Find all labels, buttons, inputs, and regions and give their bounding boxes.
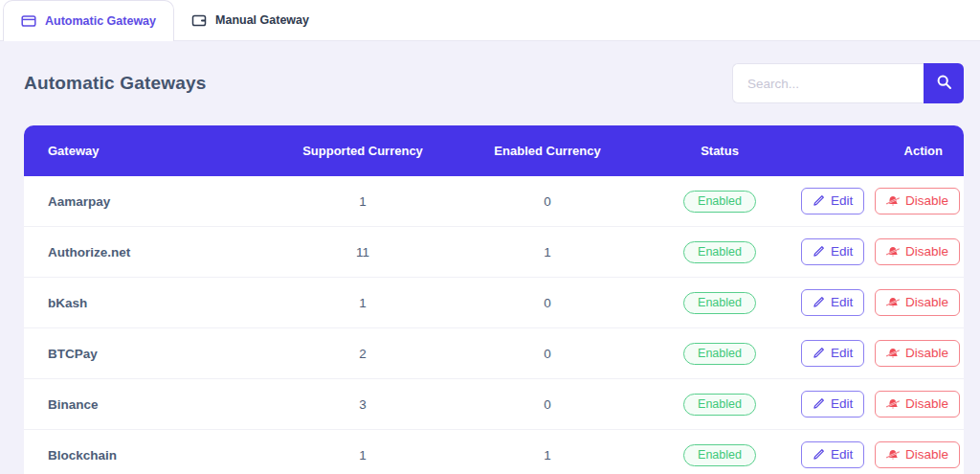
- col-enabled-currency: Enabled Currency: [457, 144, 638, 158]
- tab-label: Automatic Gateway: [45, 14, 156, 28]
- page-header: Automatic Gateways: [24, 41, 964, 125]
- gateway-name: bKash: [24, 296, 269, 310]
- supported-currency-value: 11: [269, 245, 457, 260]
- tab-manual-gateway[interactable]: Manual Gateway: [174, 0, 326, 40]
- table-row: BTCPay 2 0 Enabled Edit: [24, 328, 964, 379]
- status-badge: Enabled: [683, 292, 756, 314]
- pencil-icon: [813, 347, 825, 359]
- edit-button[interactable]: Edit: [801, 340, 864, 367]
- status-badge: Enabled: [683, 343, 756, 365]
- bell-slash-icon: [886, 397, 900, 411]
- edit-button-label: Edit: [831, 346, 853, 360]
- table-header-row: Gateway Supported Currency Enabled Curre…: [24, 125, 964, 176]
- gateway-name: Binance: [24, 397, 269, 412]
- gateway-name: Blockchain: [24, 448, 269, 463]
- col-action: Action: [801, 144, 964, 158]
- edit-button[interactable]: Edit: [801, 391, 864, 418]
- disable-button[interactable]: Disable: [875, 340, 960, 367]
- disable-button-label: Disable: [905, 295, 948, 309]
- edit-button[interactable]: Edit: [801, 441, 864, 468]
- supported-currency-value: 3: [269, 397, 457, 412]
- disable-button-label: Disable: [905, 346, 948, 360]
- bell-slash-icon: [886, 296, 900, 309]
- pencil-icon: [813, 397, 825, 410]
- status-badge: Enabled: [683, 394, 756, 416]
- disable-button[interactable]: Disable: [875, 188, 960, 214]
- bell-slash-icon: [886, 448, 900, 462]
- status-badge: Enabled: [683, 241, 756, 263]
- disable-button[interactable]: Disable: [875, 289, 960, 316]
- tab-label: Manual Gateway: [215, 13, 309, 27]
- table-row: Authorize.net 11 1 Enabled Edit: [24, 227, 964, 278]
- table-body: Aamarpay 1 0 Enabled Edit: [24, 176, 964, 474]
- disable-button-label: Disable: [905, 447, 948, 462]
- edit-button[interactable]: Edit: [801, 289, 864, 316]
- enabled-currency-value: 0: [457, 194, 638, 209]
- pencil-icon: [813, 245, 825, 258]
- gateway-name: Aamarpay: [24, 194, 269, 209]
- gateway-name: Authorize.net: [24, 245, 269, 260]
- supported-currency-value: 1: [269, 194, 457, 209]
- credit-card-icon: [21, 13, 36, 29]
- disable-button[interactable]: Disable: [875, 391, 960, 418]
- wallet-icon: [191, 12, 207, 28]
- search-icon: [936, 74, 952, 93]
- pencil-icon: [813, 448, 825, 461]
- tab-bar: Automatic Gateway Manual Gateway: [0, 0, 980, 41]
- status-badge: Enabled: [683, 191, 756, 213]
- table-row: bKash 1 0 Enabled Edit: [24, 278, 964, 328]
- page-title: Automatic Gateways: [24, 73, 207, 94]
- gateways-table: Gateway Supported Currency Enabled Curre…: [24, 125, 964, 474]
- col-status: Status: [638, 144, 801, 158]
- edit-button[interactable]: Edit: [801, 238, 864, 265]
- table-row: Binance 3 0 Enabled Edit: [24, 379, 964, 430]
- supported-currency-value: 1: [269, 448, 457, 463]
- edit-button[interactable]: Edit: [801, 188, 864, 214]
- status-badge: Enabled: [683, 444, 756, 466]
- supported-currency-value: 2: [269, 347, 457, 361]
- table-row: Aamarpay 1 0 Enabled Edit: [24, 176, 964, 227]
- disable-button-label: Disable: [905, 396, 948, 411]
- pencil-icon: [813, 296, 825, 308]
- enabled-currency-value: 0: [457, 397, 638, 412]
- pencil-icon: [813, 194, 825, 207]
- bell-slash-icon: [886, 194, 900, 208]
- disable-button[interactable]: Disable: [875, 238, 960, 265]
- table-row: Blockchain 1 1 Enabled Edit: [24, 430, 964, 474]
- gateway-name: BTCPay: [24, 347, 269, 361]
- enabled-currency-value: 1: [457, 448, 638, 463]
- disable-button[interactable]: Disable: [875, 441, 960, 468]
- search-button[interactable]: [924, 63, 964, 103]
- disable-button-label: Disable: [905, 193, 948, 208]
- disable-button-label: Disable: [905, 244, 948, 259]
- tab-automatic-gateway[interactable]: Automatic Gateway: [3, 0, 174, 41]
- search-bar: [732, 63, 964, 103]
- enabled-currency-value: 0: [457, 347, 638, 361]
- edit-button-label: Edit: [831, 244, 853, 259]
- supported-currency-value: 1: [269, 296, 457, 310]
- edit-button-label: Edit: [831, 295, 853, 309]
- edit-button-label: Edit: [831, 193, 853, 208]
- enabled-currency-value: 0: [457, 296, 638, 310]
- bell-slash-icon: [886, 347, 900, 360]
- bell-slash-icon: [886, 245, 900, 259]
- col-supported-currency: Supported Currency: [269, 144, 457, 158]
- edit-button-label: Edit: [831, 396, 853, 411]
- enabled-currency-value: 1: [457, 245, 638, 260]
- col-gateway: Gateway: [24, 144, 269, 158]
- gateways-page: Automatic Gateway Manual Gateway Automat…: [0, 0, 980, 474]
- search-input[interactable]: [732, 63, 924, 103]
- edit-button-label: Edit: [831, 447, 853, 462]
- page-content: Automatic Gateways Gateway Supported Cur…: [0, 41, 980, 474]
